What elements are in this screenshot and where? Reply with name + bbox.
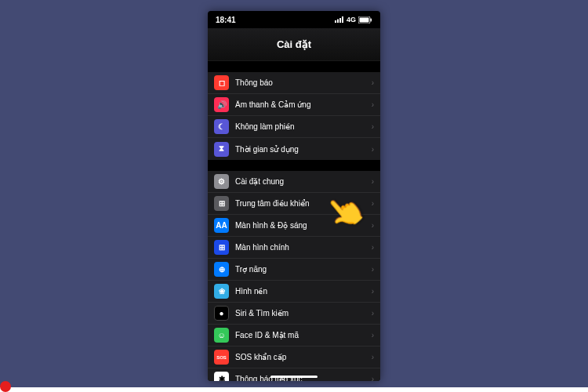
settings-scroll[interactable]: ◻Thông báo›🔊Âm thanh & Cảm ứng›☾Không là…	[208, 61, 380, 381]
settings-row-sos[interactable]: SOSSOS khẩn cấp›	[208, 347, 380, 368]
chevron-right-icon: ›	[372, 243, 374, 252]
settings-row-label: Cài đặt chung	[235, 177, 372, 186]
chevron-right-icon: ›	[372, 100, 374, 109]
chevron-right-icon: ›	[372, 199, 374, 208]
phone-frame: 18:41 4G Cài đặt ◻Thông báo›🔊Âm thanh & …	[208, 11, 380, 381]
settings-row-screentime[interactable]: ⧗Thời gian sử dụng›	[208, 138, 380, 160]
settings-row-label: Siri & Tìm kiếm	[235, 309, 372, 318]
notifications-icon: ◻	[214, 75, 229, 90]
settings-row-sounds[interactable]: 🔊Âm thanh & Cảm ứng›	[208, 94, 380, 116]
svg-rect-2	[339, 18, 341, 23]
wallpaper-icon: ❀	[214, 284, 229, 299]
status-bar: 18:41 4G	[208, 11, 380, 28]
settings-row-label: Màn hình chính	[235, 243, 372, 252]
page-title: Cài đặt	[277, 38, 311, 50]
settings-row-label: Trợ năng	[235, 265, 372, 274]
network-label: 4G	[347, 16, 356, 24]
sounds-icon: 🔊	[214, 97, 229, 112]
settings-row-label: Face ID & Mật mã	[235, 331, 372, 339]
settings-row-siri[interactable]: ●Siri & Tìm kiếm›	[208, 303, 380, 325]
home-indicator[interactable]	[270, 376, 318, 378]
svg-rect-0	[335, 20, 336, 23]
settings-group: ⚙Cài đặt chung›⊞Trung tâm điều khiển›AAM…	[208, 171, 380, 381]
settings-row-accessibility[interactable]: ⊕Trợ năng›	[208, 259, 380, 281]
siri-icon: ●	[214, 306, 229, 321]
settings-row-label: SOS khẩn cấp	[235, 353, 372, 361]
chevron-right-icon: ›	[372, 177, 374, 186]
status-right: 4G	[335, 16, 372, 24]
chevron-right-icon: ›	[372, 353, 374, 361]
bottom-strip	[0, 387, 588, 392]
settings-row-label: Thông báo	[235, 78, 372, 87]
chevron-right-icon: ›	[372, 375, 374, 381]
settings-row-label: Hình nền	[235, 287, 372, 296]
settings-row-display[interactable]: AAMàn hình & Độ sáng›	[208, 215, 380, 237]
chevron-right-icon: ›	[372, 221, 374, 230]
svg-rect-5	[360, 17, 369, 22]
general-icon: ⚙	[214, 174, 229, 189]
settings-row-label: Trung tâm điều khiển	[235, 199, 372, 208]
settings-row-label: Không làm phiền	[235, 122, 372, 131]
svg-rect-6	[371, 18, 372, 21]
settings-row-control-center[interactable]: ⊞Trung tâm điều khiển›	[208, 193, 380, 215]
settings-row-dnd[interactable]: ☾Không làm phiền›	[208, 116, 380, 138]
svg-rect-3	[342, 16, 343, 23]
faceid-icon: ☺	[214, 328, 229, 343]
dnd-icon: ☾	[214, 119, 229, 134]
settings-row-label: Màn hình & Độ sáng	[235, 221, 372, 230]
battery-icon	[358, 16, 372, 24]
screentime-icon: ⧗	[214, 142, 229, 157]
settings-row-exposure[interactable]: ✱Thông báo tiếp xúc›	[208, 368, 380, 381]
page-header: Cài đặt	[208, 28, 380, 61]
chevron-right-icon: ›	[372, 78, 374, 87]
settings-row-general[interactable]: ⚙Cài đặt chung›	[208, 171, 380, 193]
settings-row-label: Âm thanh & Cảm ứng	[235, 100, 372, 109]
chevron-right-icon: ›	[372, 309, 374, 318]
settings-row-faceid[interactable]: ☺Face ID & Mật mã›	[208, 325, 380, 347]
chevron-right-icon: ›	[372, 287, 374, 296]
accessibility-icon: ⊕	[214, 262, 229, 277]
control-center-icon: ⊞	[214, 196, 229, 211]
settings-group: ◻Thông báo›🔊Âm thanh & Cảm ứng›☾Không là…	[208, 72, 380, 160]
chevron-right-icon: ›	[372, 122, 374, 131]
settings-row-notifications[interactable]: ◻Thông báo›	[208, 72, 380, 94]
display-icon: AA	[214, 218, 229, 233]
settings-row-home[interactable]: ⊞Màn hình chính›	[208, 237, 380, 259]
settings-row-label: Thời gian sử dụng	[235, 145, 372, 154]
exposure-icon: ✱	[214, 372, 229, 381]
chevron-right-icon: ›	[372, 145, 374, 154]
svg-rect-1	[337, 20, 339, 24]
signal-icon	[335, 16, 344, 23]
status-time: 18:41	[216, 16, 236, 24]
chevron-right-icon: ›	[372, 265, 374, 274]
settings-row-wallpaper[interactable]: ❀Hình nền›	[208, 281, 380, 303]
home-icon: ⊞	[214, 240, 229, 255]
chevron-right-icon: ›	[372, 331, 374, 339]
red-dot	[0, 381, 11, 392]
sos-icon: SOS	[214, 350, 229, 365]
